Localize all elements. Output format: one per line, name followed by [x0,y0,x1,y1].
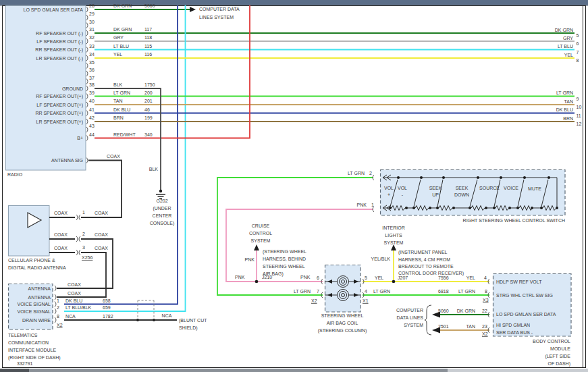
module-name: CELLULAR PHONE & [8,258,55,263]
ground-symbol-g202 [156,190,165,198]
circuit-number: 200 [144,90,153,95]
computer-data-top-line2: LINES SYSTEM [199,15,234,20]
wire-color-label: LT GRN [373,289,390,294]
document-number: 332791 [17,361,32,366]
wire-color-label: LT GRN [556,90,573,95]
module-name: COMMUNICATION [8,340,49,345]
splice-id: J210 [262,275,272,280]
wiring-diagram-canvas: LO SPD GMLAN SER DATA RF SPEAKER OUT (-)… [0,0,588,372]
button-label: SEEK [456,186,469,190]
blunt-cut-note: (BLUNT CUT [179,318,207,323]
pin-number: 42 [89,115,95,120]
system-ref: SYSTEM [251,238,271,243]
radio-pin-label: RF SPEAKER OUT(+) [36,94,83,99]
radio-pin-label: RR SPEAKER OUT (-) [35,47,83,53]
wire-color-label: LT BLU/BLK [65,305,92,310]
harness-note: (INSTRUMENT PANEL [398,250,448,255]
ground-loc2: CENTER [153,213,172,218]
wire-color-label: LT BLU [113,44,129,49]
ground-id: G202 [156,198,167,203]
pin-number: 29 [89,11,95,16]
cruise-arrow-icon [254,244,259,250]
pin-number: 8 [57,314,59,319]
circuit-number: 658 [103,298,111,303]
module-pin-label: ANTENNA [28,286,51,291]
coax-label: COAX [54,211,68,215]
pin-number: 2 [82,232,85,236]
pin-number: 1 [57,298,59,303]
pin-number: 33 [89,44,95,49]
button-label: SEEK [429,186,442,190]
coax-label: COAX [54,232,68,237]
coax-label: COAX [95,232,108,237]
pin-number: 40 [89,99,95,103]
wire-color-label: YEL [375,275,383,280]
scrollbar-thumb[interactable] [29,369,448,372]
pin-number: 6 [317,275,319,280]
radio-pin-label: LR SPEAKER OUT(+) [36,119,83,125]
interior-branch-labels: INTERIOR LIGHTS SYSTEM YEL/BLK (INSTRUME… [371,225,464,294]
airbag-coil-box [325,265,361,313]
wire-color-label: NCA [65,314,76,319]
steering-switch-box [381,170,566,216]
computer-data-bottom: COMPUTER DATA LINES SYSTEM [396,308,423,327]
pin-number: 6 [577,41,579,46]
pin-number: 4 [365,289,367,294]
ground-loc1: (UNDER [153,206,171,211]
ground-loc3: CONSOLE) [150,221,175,226]
pin-number: 11 [577,113,581,118]
wire-color-label: PNK [245,257,255,262]
circuit-number: 117 [144,27,152,32]
module-pin-label: VOICE SIGNAL [18,302,51,307]
brace-icon [425,305,431,335]
telematics-box [9,284,53,330]
blk-ground-wire [95,88,161,191]
radio-pin-label: GROUND [62,86,83,91]
coax-label: COAX [95,246,108,250]
circuit-number: 1782 [103,314,113,319]
scrollbar-button[interactable] [0,369,29,372]
wire-color-label: TAN [564,99,573,104]
pin-number: 22 [482,309,487,313]
system-ref: LIGHTS [385,233,402,238]
module-name: BODY CONTROL [533,339,570,344]
button-label: VOL [398,186,407,190]
connector-id: X1 [363,298,369,303]
wiring-diagram-viewer: LO SPD GMLAN SER DATA RF SPEAKER OUT (-)… [0,0,588,372]
wire-color-label: LT BLU [558,44,573,49]
pin-number: 23 [482,324,487,329]
pin-number: 2 [369,171,372,176]
module-pin-label: SER DATA BUS - [496,330,533,335]
pin-number: 34 [89,52,95,57]
right-connector-labels: DK GRN5 GRY6 LT BLU7 YEL8 LT GRN9 TAN10 … [555,28,582,127]
interior-lights-arrow-icon [391,244,396,250]
wire-color-label: PNK [235,275,245,280]
module-name: RIGHT STEERING WHEEL CONTROL SWITCH [463,218,565,223]
button-label: + [387,192,390,197]
window-top-bar [0,0,588,5]
wire-color-label: TAN [113,99,122,103]
wire-color-label: LT GRN [458,289,475,294]
wire-color-label: BLK [113,82,123,87]
module-pin-label: LO SPD GMLAN SER DATA [496,312,556,317]
wire-color-label: DK BLU [113,107,130,112]
wire-color-label: LT GRN [294,289,311,294]
harness-note: CONTROL DOOR RECEIVER) [398,271,464,276]
circuit-number: 115 [144,44,152,49]
blunt-cut-note: SHIELD) [179,325,198,331]
circuit-number: 659 [103,305,111,310]
pin-number: 36 [89,68,95,72]
pin-number: 1 [371,203,374,207]
circuit-number: 201 [144,99,153,103]
wire-color-label: DK GRN [113,27,132,32]
circuit-number: 7556 [438,275,449,280]
wire-color-label: GRY [113,35,124,40]
splice-id: J207 [398,275,408,280]
system-ref: SYSTEM [404,323,423,327]
wire-color-label: PNK [300,275,311,280]
wire-color-label: YEL [564,53,573,57]
button-label: DOWN [454,192,469,197]
harness-note: STEERING WHEEL [263,264,305,269]
pin-number: 4 [484,275,487,280]
circuit-number: 6818 [438,289,449,294]
